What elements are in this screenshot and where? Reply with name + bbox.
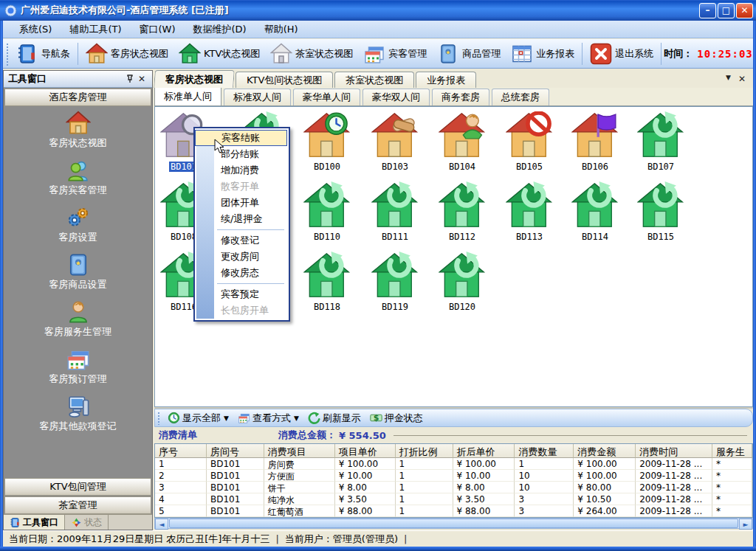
sidebar-group-1[interactable]: 茶室管理 xyxy=(4,496,151,514)
table-cell: 1 xyxy=(396,458,453,470)
room-BD119[interactable]: BD119 xyxy=(371,252,419,312)
room-BD100[interactable]: BD100 xyxy=(303,111,351,172)
context-menu-item-2[interactable]: 增加消费 xyxy=(214,162,287,179)
room-BD107[interactable]: BD107 xyxy=(637,111,684,172)
room-BD103[interactable]: BD103 xyxy=(371,111,419,172)
context-menu-item-0[interactable]: 宾客结账 xyxy=(195,130,287,146)
workspace-tab-0[interactable]: 客房状态视图 xyxy=(154,70,235,88)
room-label: BD119 xyxy=(380,302,410,312)
toolbar-button-6[interactable]: 商品管理 xyxy=(432,41,506,67)
toolbar-button-2[interactable]: 客房状态视图 xyxy=(80,41,173,67)
sidebar-item-3[interactable]: 客房商品设置 xyxy=(4,252,152,299)
workspace-tab-3[interactable]: 业务报表 xyxy=(416,72,476,88)
toolbar-button-7[interactable]: 业务报表 xyxy=(506,41,580,67)
menubar-item-4[interactable]: 帮助(H) xyxy=(255,21,307,38)
room-type-tab-4[interactable]: 商务套房 xyxy=(432,89,489,105)
scroll-right-icon[interactable]: ► xyxy=(739,519,752,530)
context-menu-item-6[interactable]: 修改登记 xyxy=(214,232,287,249)
table-header-4[interactable]: 打折比例 xyxy=(396,444,453,458)
menubar-item-1[interactable]: 辅助工具(T) xyxy=(61,21,130,38)
context-menu-item-3[interactable]: 散客开单 xyxy=(214,179,287,195)
sidebar-bottom-tab-1[interactable]: 状态 xyxy=(65,515,109,530)
sidebar-group-0[interactable]: KTV包间管理 xyxy=(4,478,151,496)
title-bar[interactable]: 广州爱启迪技术有限公司-酒店管理系统 [已注册] – □ ✕ xyxy=(0,0,756,21)
room-BD104[interactable]: BD104 xyxy=(439,111,486,172)
room-BD115[interactable]: BD115 xyxy=(637,181,684,242)
menubar-item-3[interactable]: 数据维护(D) xyxy=(185,21,255,38)
table-header-2[interactable]: 消费项目 xyxy=(264,444,335,458)
room-type-tab-5[interactable]: 总统套房 xyxy=(492,89,549,105)
maximize-button[interactable]: □ xyxy=(718,3,735,18)
context-menu-item-5[interactable]: 续/退押金 xyxy=(214,211,287,227)
workspace-tab-strip: 客房状态视图KTV包间状态视图茶室状态视图业务报表 xyxy=(154,71,753,88)
sidebar-item-0[interactable]: 客房状态视图 xyxy=(4,111,152,158)
tab-strip-controls: ▼ ✕ xyxy=(726,74,746,84)
table-header-1[interactable]: 房间号 xyxy=(207,444,264,458)
room-BD120[interactable]: BD120 xyxy=(439,252,486,312)
toolbar-button-0[interactable]: 导航条 xyxy=(11,41,75,67)
room-type-tab-0[interactable]: 标准单人间 xyxy=(154,86,221,105)
room-BD112[interactable]: BD112 xyxy=(439,181,486,242)
tab-close-icon[interactable]: ✕ xyxy=(738,74,746,84)
consumption-toolbar-button-2[interactable]: 刷新显示 xyxy=(303,410,365,426)
table-row[interactable]: 3BD101饼干¥ 8.001¥ 8.0010¥ 80.002009-11-28… xyxy=(155,482,752,493)
room-BD106[interactable]: BD106 xyxy=(571,111,619,172)
context-menu-item-9[interactable]: 宾客预定 xyxy=(214,286,287,302)
sidebar-group-hotel-rooms[interactable]: 酒店客房管理 xyxy=(4,89,151,106)
consumption-toolbar-button-3[interactable]: $ 押金状态 xyxy=(365,410,427,426)
table-header-9[interactable]: 服务生 xyxy=(712,444,752,458)
workspace-tab-2[interactable]: 茶室状态视图 xyxy=(334,72,414,88)
toolbar-grip[interactable] xyxy=(5,42,10,66)
sidebar-item-4[interactable]: 客房服务生管理 xyxy=(4,299,152,347)
tool-window-close-icon[interactable]: ✕ xyxy=(136,73,148,85)
close-button[interactable]: ✕ xyxy=(736,3,753,18)
sidebar-item-1[interactable]: 客房宾客管理 xyxy=(4,158,152,205)
room-BD113[interactable]: BD113 xyxy=(506,181,553,242)
menubar-item-2[interactable]: 窗口(W) xyxy=(131,21,185,38)
table-row[interactable]: 2BD101方便面¥ 10.001¥ 10.0010¥ 100.002009-1… xyxy=(155,470,752,482)
menubar-item-0[interactable]: 系统(S) xyxy=(10,21,61,38)
tool-window-header[interactable]: 工具窗口 ✕ xyxy=(4,71,152,88)
room-BD111[interactable]: BD111 xyxy=(371,181,419,242)
room-BD110[interactable]: BD110 xyxy=(303,181,351,242)
toolbar-button-9[interactable]: 退出系统 xyxy=(585,41,659,67)
context-menu-item-7[interactable]: 更改房间 xyxy=(214,249,287,265)
toolbar-button-4[interactable]: 茶室状态视图 xyxy=(265,41,358,67)
table-header-0[interactable]: 序号 xyxy=(155,444,207,458)
room-BD118[interactable]: BD118 xyxy=(303,252,351,312)
pin-icon[interactable] xyxy=(124,73,136,85)
table-header-8[interactable]: 消费时间 xyxy=(636,444,712,458)
sidebar-bottom-tab-0[interactable]: 工具窗口 xyxy=(4,515,65,530)
table-header-6[interactable]: 消费数量 xyxy=(515,444,574,458)
consumption-toolbar-label: 显示全部 xyxy=(182,412,221,425)
consumption-toolbar-button-0[interactable]: 显示全部 ▼ xyxy=(163,410,233,426)
table-row[interactable]: 1BD101房间费¥ 100.001¥ 100.001¥ 100.002009-… xyxy=(155,458,752,470)
table-header-5[interactable]: 折后单价 xyxy=(453,444,515,458)
scrollbar-thumb[interactable] xyxy=(169,519,738,528)
toolbar-button-3[interactable]: KTV状态视图 xyxy=(173,41,265,67)
table-horizontal-scrollbar[interactable]: ◄ ► xyxy=(154,518,753,529)
sidebar-item-6[interactable]: 客房其他款项登记 xyxy=(4,394,152,441)
workspace-tab-1[interactable]: KTV包间状态视图 xyxy=(236,72,333,88)
room-BD114[interactable]: BD114 xyxy=(571,181,619,242)
room-type-tab-3[interactable]: 豪华双人间 xyxy=(362,89,430,105)
room-type-tab-2[interactable]: 豪华单人间 xyxy=(293,89,360,105)
toolbar-grip[interactable] xyxy=(157,412,161,425)
sidebar-item-2[interactable]: 客房设置 xyxy=(4,205,152,252)
context-menu-item-4[interactable]: 团体开单 xyxy=(214,195,287,211)
sidebar-item-5[interactable]: 客房预订管理 xyxy=(4,347,152,394)
table-header-7[interactable]: 消费金额 xyxy=(574,444,636,458)
minimize-button[interactable]: – xyxy=(699,3,716,18)
consumption-toolbar-button-1[interactable]: 查看方式 ▼ xyxy=(233,410,303,426)
scroll-left-icon[interactable]: ◄ xyxy=(155,519,168,530)
room-type-tab-1[interactable]: 标准双人间 xyxy=(224,89,291,105)
table-row[interactable]: 4BD101纯净水¥ 3.501¥ 3.503¥ 10.502009-11-28… xyxy=(155,493,752,505)
context-menu-item-10[interactable]: 长包房开单 xyxy=(214,302,287,319)
room-BD105[interactable]: BD105 xyxy=(506,111,553,172)
table-header-3[interactable]: 项目单价 xyxy=(335,444,396,458)
table-row[interactable]: 5BD101红葡萄酒¥ 88.001¥ 88.003¥ 264.002009-1… xyxy=(155,505,752,517)
context-menu-item-8[interactable]: 修改房态 xyxy=(214,265,287,281)
tab-list-dropdown-icon[interactable]: ▼ xyxy=(726,74,731,84)
toolbar-button-5[interactable]: 宾客管理 xyxy=(358,41,432,67)
room-label: BD118 xyxy=(312,302,342,312)
